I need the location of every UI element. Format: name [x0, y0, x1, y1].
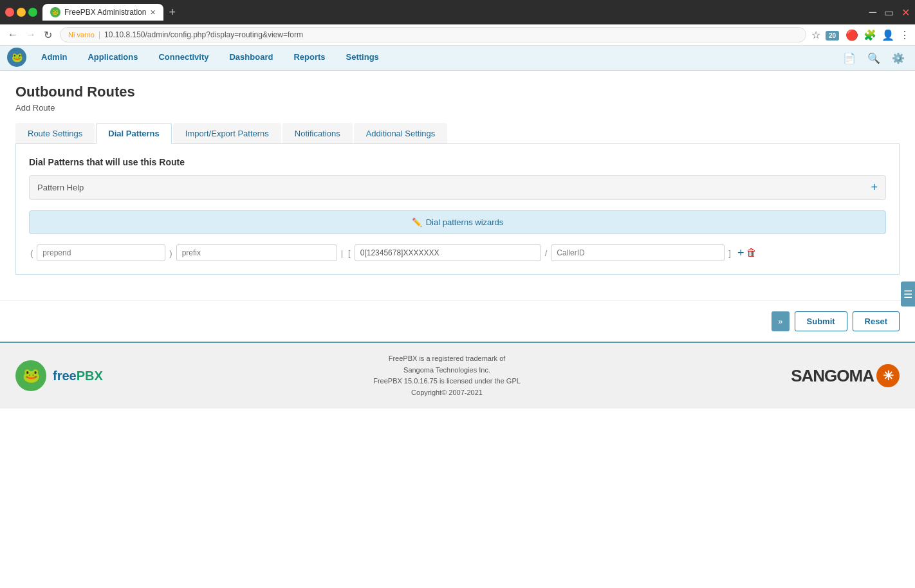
pattern-help-expand-btn[interactable]: +	[871, 181, 878, 194]
browser-toolbar-icons: ☆ 20 🔴 🧩 👤 ⋮	[811, 29, 910, 41]
nav-item-admin[interactable]: Admin	[31, 46, 77, 70]
window-controls[interactable]	[5, 8, 37, 17]
pattern-help-label: Pattern Help	[37, 183, 84, 192]
close-bracket: ]	[727, 248, 732, 258]
sangoma-label: SANGOMA	[791, 366, 874, 386]
collapse-btn[interactable]: »	[772, 311, 789, 331]
nav-item-dashboard[interactable]: Dashboard	[219, 46, 283, 70]
tab-panel-dial-patterns: Dial Patterns that will use this Route P…	[15, 144, 900, 275]
row-actions: + 🗑	[737, 246, 757, 260]
footer-logo: 🐸 freePBX	[15, 360, 103, 391]
submit-btn[interactable]: Submit	[795, 311, 847, 331]
tab-notifications[interactable]: Notifications	[282, 123, 353, 143]
nav-items: Admin Applications Connectivity Dashboar…	[31, 46, 389, 70]
page-title: Outbound Routes	[15, 84, 900, 100]
dial-pattern-row: ( ) | [ / ] + 🗑	[29, 244, 886, 261]
nav-item-reports[interactable]: Reports	[283, 46, 335, 70]
sidebar-toggle-btn[interactable]: ☰	[901, 282, 915, 307]
nav-item-applications[interactable]: Applications	[77, 46, 148, 70]
close-paren: )	[168, 248, 173, 258]
sangoma-logo: SANGOMA ✳	[791, 364, 900, 387]
minimize-window-btn[interactable]	[17, 8, 26, 17]
footer-line2: Sangoma Technologies Inc.	[373, 365, 521, 376]
bookmark-icon[interactable]: ☆	[811, 29, 820, 41]
footer-line4: Copyright© 2007-2021	[373, 387, 521, 399]
close-tab-btn[interactable]: ✕	[150, 8, 156, 17]
tabs-bar: Route Settings Dial Patterns Import/Expo…	[15, 123, 900, 144]
url-text: 10.10.8.150/admin/config.php?display=rou…	[104, 30, 303, 39]
bottom-action-bar: » Submit Reset	[0, 300, 915, 342]
tab-bar: 🐸 FreePBX Administration ✕ +	[42, 4, 864, 21]
tab-additional-settings[interactable]: Additional Settings	[354, 123, 448, 143]
active-browser-tab[interactable]: 🐸 FreePBX Administration ✕	[42, 4, 163, 21]
sangoma-star-icon: ✳	[876, 364, 900, 387]
tab-title: FreePBX Administration	[64, 8, 146, 17]
footer: 🐸 freePBX FreePBX is a registered tradem…	[0, 342, 915, 409]
nav-right-icons: 📄 🔍 ⚙️	[838, 46, 910, 70]
footer-line1: FreePBX is a registered trademark of	[373, 353, 521, 365]
nav-item-settings[interactable]: Settings	[336, 46, 389, 70]
footer-description: FreePBX is a registered trademark of San…	[373, 353, 521, 398]
callerid-input[interactable]	[551, 244, 725, 261]
page-subtitle: Add Route	[15, 103, 900, 113]
dial-patterns-wizard-btn[interactable]: ✏️ Dial patterns wizards	[29, 210, 886, 234]
profile-icon[interactable]: 👤	[882, 29, 894, 41]
tab-favicon: 🐸	[50, 7, 60, 17]
address-bar: ← → ↻ Ni varno | 10.10.8.150/admin/confi…	[0, 24, 915, 46]
footer-line3: FreePBX 15.0.16.75 is licensed under the…	[373, 376, 521, 387]
maximize-window-btn[interactable]	[28, 8, 37, 17]
section-title: Dial Patterns that will use this Route	[29, 157, 886, 167]
url-bar[interactable]: Ni varno | 10.10.8.150/admin/config.php?…	[60, 27, 806, 42]
footer-frog-icon: 🐸	[15, 360, 46, 391]
logo-circle: 🐸	[7, 48, 26, 67]
match-input[interactable]	[355, 244, 541, 261]
browser-chrome: 🐸 FreePBX Administration ✕ + ─ ▭ ✕	[0, 0, 915, 24]
back-btn[interactable]: ←	[5, 28, 21, 42]
add-pattern-btn[interactable]: +	[737, 246, 744, 260]
nav-settings-icon[interactable]: ⚙️	[887, 48, 910, 68]
open-bracket: [	[347, 248, 352, 258]
prepend-input[interactable]	[37, 244, 165, 261]
wizard-label: Dial patterns wizards	[426, 217, 504, 227]
pencil-icon: ✏️	[412, 217, 422, 227]
reset-btn[interactable]: Reset	[853, 311, 900, 331]
os-minimize-icon[interactable]: ─	[869, 6, 876, 19]
delete-pattern-btn[interactable]: 🗑	[746, 246, 757, 260]
close-window-btn[interactable]	[5, 8, 14, 17]
browser-nav-buttons: ← → ↻	[5, 28, 55, 42]
nav-page-icon[interactable]: 📄	[838, 48, 861, 68]
os-window-controls[interactable]: ─ ▭ ✕	[869, 6, 910, 19]
footer-brand: freePBX	[53, 369, 103, 383]
slash-separator: /	[544, 248, 549, 258]
open-paren: (	[29, 248, 34, 258]
os-close-icon[interactable]: ✕	[901, 6, 910, 19]
tab-route-settings[interactable]: Route Settings	[15, 123, 95, 143]
extensions-icon[interactable]: 🧩	[864, 29, 876, 41]
pipe-separator: |	[340, 248, 344, 258]
forward-btn[interactable]: →	[23, 28, 39, 42]
os-restore-icon[interactable]: ▭	[884, 6, 894, 19]
page-content: Outbound Routes Add Route Route Settings…	[0, 71, 915, 300]
ext-badge[interactable]: 20	[826, 29, 840, 41]
tab-import-export[interactable]: Import/Export Patterns	[173, 123, 281, 143]
nav-search-icon[interactable]: 🔍	[862, 48, 885, 68]
app-logo: 🐸	[5, 46, 28, 69]
menu-icon[interactable]: ⋮	[900, 29, 910, 41]
top-navigation: 🐸 Admin Applications Connectivity Dashbo…	[0, 46, 915, 71]
new-tab-btn[interactable]: +	[169, 6, 176, 19]
reload-btn[interactable]: ↻	[41, 28, 55, 42]
security-warning: Ni varno	[68, 31, 95, 39]
tab-dial-patterns[interactable]: Dial Patterns	[96, 123, 171, 144]
extension-icon-red[interactable]: 🔴	[846, 29, 858, 41]
prefix-input[interactable]	[176, 244, 337, 261]
pattern-help-row[interactable]: Pattern Help +	[29, 175, 886, 200]
nav-item-connectivity[interactable]: Connectivity	[148, 46, 219, 70]
